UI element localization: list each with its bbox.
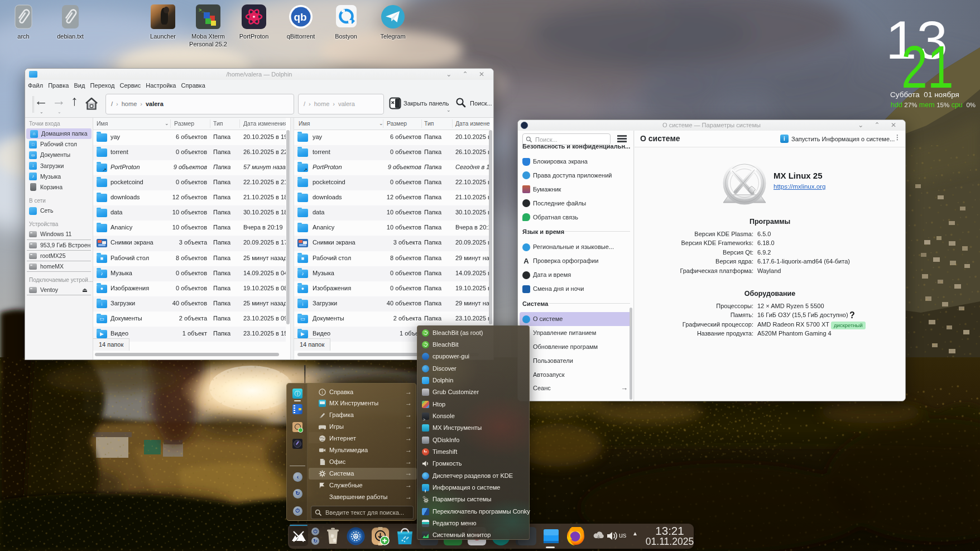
svg-text:i: i [321, 390, 323, 395]
svg-text:qb: qb [294, 11, 306, 23]
